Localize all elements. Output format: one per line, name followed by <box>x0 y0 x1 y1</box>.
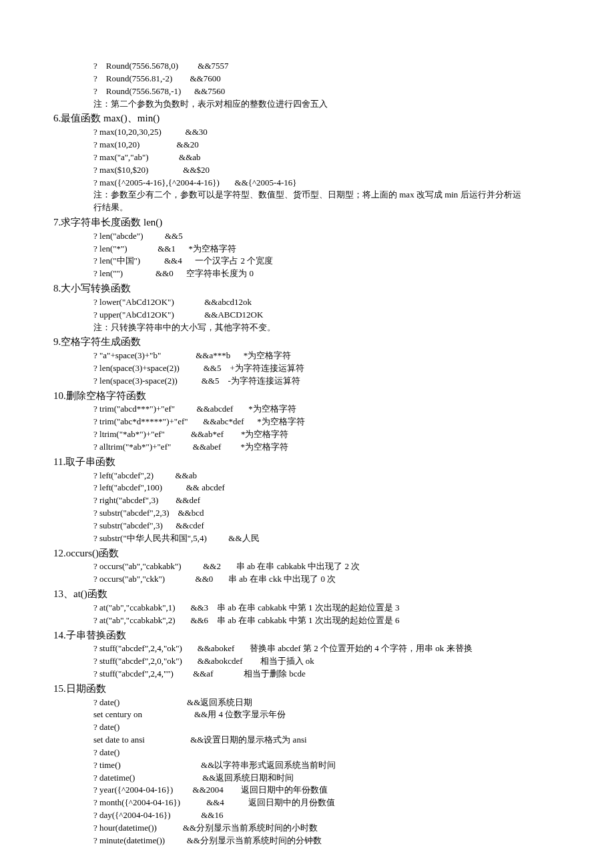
code-line: 行结果。 <box>53 201 561 214</box>
code-line: ? left("abcdef",100) && abcdef <box>53 482 561 494</box>
code-line: ? ltrim("*ab*")+"ef" &&ab*ef *为空格字符 <box>53 428 561 441</box>
section-heading: 13、at()函数 <box>53 587 561 602</box>
code-line: ? stuff("abcdef",2,4,"") &&af 相当于删除 bcde <box>53 668 561 681</box>
code-line: ? Round(7556.5678,-1) &&7560 <box>53 85 561 98</box>
code-line: set date to ansi &&设置日期的显示格式为 ansi <box>53 734 561 747</box>
code-line: ? substr("abcdef",3) &&cdef <box>53 520 561 532</box>
section-heading: 14.子串替换函数 <box>53 628 561 643</box>
code-line: ? max({^2005-4-16},{^2004-4-16}) &&{^200… <box>53 177 561 189</box>
code-line: ? date() <box>53 721 561 734</box>
code-line: ? len(space(3)+space(2)) &&5 +为字符连接运算符 <box>53 362 561 375</box>
code-line: ? substr("中华人民共和国",5,4) &&人民 <box>53 532 561 545</box>
section-heading: 12.occurs()函数 <box>53 546 561 561</box>
code-line: ? trim("abc*d*****")+"ef" &&abc*def *为空格… <box>53 416 561 428</box>
code-line: ? len("中国") &&4 一个汉字占 2 个宽度 <box>53 255 561 268</box>
code-line: ? substr("abcdef",2,3) &&bcd <box>53 507 561 520</box>
code-line: ? date() &&返回系统日期 <box>53 697 561 709</box>
code-line: ? max(10,20,30,25) &&30 <box>53 126 561 139</box>
section-heading: 6.最值函数 max()、min() <box>53 111 561 126</box>
code-line: ? at("ab","ccabkabk",1) &&3 串 ab 在串 cabk… <box>53 602 561 614</box>
code-line: ? trim("abcd***")+"ef" &&abcdef *为空格字符 <box>53 403 561 416</box>
code-line: ? left("abcdef",2) &&ab <box>53 470 561 482</box>
code-line: ? lower("AbCd12OK") &&abcd12ok <box>53 296 561 309</box>
code-line: ? max("a","ab") &&ab <box>53 151 561 164</box>
code-line: ? stuff("abcdef",2,0,"ok") &&abokcdef 相当… <box>53 655 561 668</box>
section-heading: 11.取子串函数 <box>53 455 561 470</box>
section-heading: 10.删除空格字符函数 <box>53 389 561 404</box>
code-line: ? day({^2004-04-16}) &&16 <box>53 809 561 822</box>
code-line: ? max($10,$20) &&$20 <box>53 164 561 177</box>
code-line: ? upper("AbCd12OK") &&ABCD12OK <box>53 309 561 322</box>
code-line: 注：参数至少有二个，参数可以是字符型、数值型、货币型、日期型；将上面的 max … <box>53 189 561 201</box>
code-line: ? alltrim("*ab*")+"ef" &&abef *为空格字符 <box>53 441 561 454</box>
section-heading: 9.空格字符生成函数 <box>53 335 561 350</box>
code-line: ? month({^2004-04-16}) &&4 返回日期中的月份数值 <box>53 797 561 809</box>
code-line: ? at("ab","ccabkabk",2) &&6 串 ab 在串 cabk… <box>53 614 561 627</box>
code-line: ? hour(datetime()) &&分别显示当前系统时间的小时数 <box>53 822 561 835</box>
code-line: ? right("abcdef",3) &&def <box>53 494 561 507</box>
code-line: ? Round(7556.81,-2) &&7600 <box>53 73 561 85</box>
code-line: ? "a"+space(3)+"b" &&a***b *为空格字符 <box>53 350 561 362</box>
document-body: ? Round(7556.5678,0) &&7557? Round(7556.… <box>53 60 561 847</box>
code-line: ? occurs("ab","ckk") &&0 串 ab 在串 ckk 中出现… <box>53 573 561 586</box>
code-line: ? minute(datetime()) &&分别显示当前系统时间的分钟数 <box>53 835 561 847</box>
code-line: ? datetime() &&返回系统日期和时间 <box>53 772 561 785</box>
code-line: ? time() &&以字符串形式返回系统当前时间 <box>53 759 561 772</box>
code-line: ? len("abcde") &&5 <box>53 230 561 243</box>
section-heading: 8.大小写转换函数 <box>53 282 561 296</box>
code-line: ? stuff("abcdef",2,4,"ok") &&abokef 替换串 … <box>53 642 561 655</box>
code-line: set century on &&用 4 位数字显示年份 <box>53 709 561 721</box>
code-line: ? len("*") &&1 *为空格字符 <box>53 243 561 256</box>
code-line: ? len(space(3)-space(2)) &&5 -为字符连接运算符 <box>53 375 561 388</box>
section-heading: 15.日期函数 <box>53 682 561 697</box>
section-heading: 7.求字符串长度函数 len() <box>53 215 561 230</box>
code-line: ? date() <box>53 747 561 759</box>
code-line: ? max(10,20) &&20 <box>53 139 561 151</box>
code-line: ? Round(7556.5678,0) &&7557 <box>53 60 561 73</box>
code-line: ? len("") &&0 空字符串长度为 0 <box>53 268 561 280</box>
code-line: 注：只转换字符串中的大小写，其他字符不变。 <box>53 322 561 334</box>
code-line: ? year({^2004-04-16}) &&2004 返回日期中的年份数值 <box>53 784 561 797</box>
code-line: ? occurs("ab","cabkabk") &&2 串 ab 在串 cab… <box>53 560 561 573</box>
code-line: 注：第二个参数为负数时，表示对相应的整数位进行四舍五入 <box>53 98 561 111</box>
